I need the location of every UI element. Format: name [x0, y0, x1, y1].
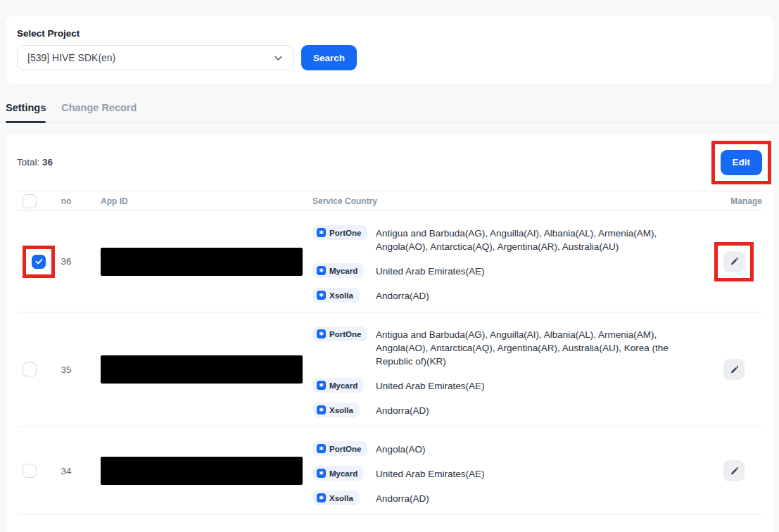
redacted-app-id: [101, 248, 303, 276]
total-count: Total: 36: [17, 157, 53, 167]
provider-icon: ✱: [317, 291, 326, 300]
provider-icon: ✱: [317, 266, 326, 275]
service-countries: Antigua and Barbuda(AG), Anguilla(AI), A…: [376, 327, 706, 368]
row-number: 34: [48, 466, 84, 476]
service-countries: Andorra(AD): [376, 490, 429, 505]
row-number: 35: [48, 365, 84, 375]
project-select[interactable]: [539] HIVE SDK(en): [17, 45, 294, 70]
row-edit-button[interactable]: [723, 359, 745, 380]
settings-panel: Total: 36 Edit no App ID Service Country…: [6, 134, 773, 532]
service-countries: United Arab Emirates(AE): [376, 466, 485, 481]
provider-badge-xsolla: ✱Xsolla: [312, 403, 360, 417]
row-checkbox[interactable]: [23, 464, 37, 478]
row-checkbox[interactable]: [32, 255, 46, 269]
select-project-label: Select Project: [17, 28, 762, 39]
pencil-icon: [730, 365, 739, 374]
tab-bar: Settings Change Record: [0, 102, 779, 123]
page: Select Project [539] HIVE SDK(en) Search…: [0, 15, 779, 532]
service-countries: United Arab Emirates(AE): [376, 378, 485, 393]
pencil-icon: [730, 257, 739, 266]
search-button[interactable]: Search: [301, 45, 357, 70]
manage-button-annotation: [714, 242, 754, 281]
service-countries: Andorra(AD): [376, 403, 429, 417]
chevron-down-icon: [273, 53, 284, 63]
service-countries: Antigua and Barbuda(AG), Anguilla(AI), A…: [376, 225, 706, 253]
select-all-checkbox[interactable]: [23, 194, 37, 208]
service-entry: ✱PortOne Angola(AO): [312, 441, 706, 456]
redacted-app-id: [101, 457, 303, 485]
row-checkbox[interactable]: [23, 362, 37, 376]
redacted-app-id: [101, 355, 303, 384]
edit-button-annotation: Edit: [711, 141, 772, 184]
service-countries: Angola(AO): [376, 441, 426, 456]
table-row: 36 ✱PortOne Antigua and Barbuda(AG), Ang…: [17, 211, 762, 312]
check-icon: [35, 258, 43, 265]
provider-badge-xsolla: ✱Xsolla: [312, 288, 360, 303]
service-entry: ✱PortOne Antigua and Barbuda(AG), Anguil…: [312, 327, 706, 368]
edit-button[interactable]: Edit: [721, 150, 763, 175]
provider-icon: ✱: [317, 444, 326, 453]
service-entry: ✱Mycard United Arab Emirates(AE): [312, 378, 706, 393]
provider-badge-mycard: ✱Mycard: [312, 378, 364, 393]
service-entry: ✱Xsolla Andorra(AD): [312, 288, 706, 303]
select-project-panel: Select Project [539] HIVE SDK(en) Search: [6, 15, 773, 84]
table-toolbar: Total: 36 Edit: [17, 134, 762, 191]
provider-badge-portone: ✱PortOne: [312, 225, 367, 240]
table-header: no App ID Service Country Manage: [17, 191, 762, 211]
provider-badge-mycard: ✱Mycard: [312, 466, 364, 481]
provider-icon: ✱: [317, 228, 326, 237]
service-entry: ✱Xsolla Andorra(AD): [312, 403, 706, 417]
provider-badge-portone: ✱PortOne: [312, 327, 367, 341]
service-entry: ✱Mycard United Arab Emirates(AE): [312, 466, 706, 481]
service-entry: ✱Mycard United Arab Emirates(AE): [312, 263, 706, 278]
service-countries: Andorra(AD): [376, 288, 429, 303]
column-header-app-id: App ID: [84, 196, 312, 206]
provider-icon: ✱: [317, 329, 326, 338]
table-row: ✱PortOne Germany(DE), France(FR), Korea …: [17, 514, 762, 532]
provider-icon: ✱: [317, 469, 326, 478]
provider-icon: ✱: [317, 405, 326, 414]
service-entry: ✱Xsolla Andorra(AD): [312, 490, 706, 505]
column-header-no: no: [48, 196, 84, 206]
tab-settings[interactable]: Settings: [6, 102, 46, 122]
table-row: 35 ✱PortOne Antigua and Barbuda(AG), Ang…: [17, 312, 762, 426]
tab-change-record[interactable]: Change Record: [61, 102, 137, 122]
provider-badge-mycard: ✱Mycard: [312, 263, 364, 278]
provider-icon: ✱: [317, 493, 326, 502]
provider-badge-xsolla: ✱Xsolla: [312, 490, 360, 505]
row-edit-button[interactable]: [723, 460, 745, 481]
checkbox-annotation: [23, 246, 55, 278]
service-entry: ✱PortOne Antigua and Barbuda(AG), Anguil…: [312, 225, 706, 253]
provider-icon: ✱: [317, 381, 326, 390]
table-row: 34 ✱PortOne Angola(AO) ✱Mycard United Ar…: [17, 426, 762, 514]
project-select-value: [539] HIVE SDK(en): [27, 52, 115, 63]
row-edit-button[interactable]: [723, 251, 745, 272]
column-header-service-country: Service Country: [312, 196, 706, 206]
table-body: 36 ✱PortOne Antigua and Barbuda(AG), Ang…: [17, 211, 762, 532]
provider-badge-portone: ✱PortOne: [312, 441, 367, 456]
pencil-icon: [730, 467, 739, 476]
service-countries: United Arab Emirates(AE): [376, 263, 485, 278]
column-header-manage: Manage: [706, 196, 762, 206]
